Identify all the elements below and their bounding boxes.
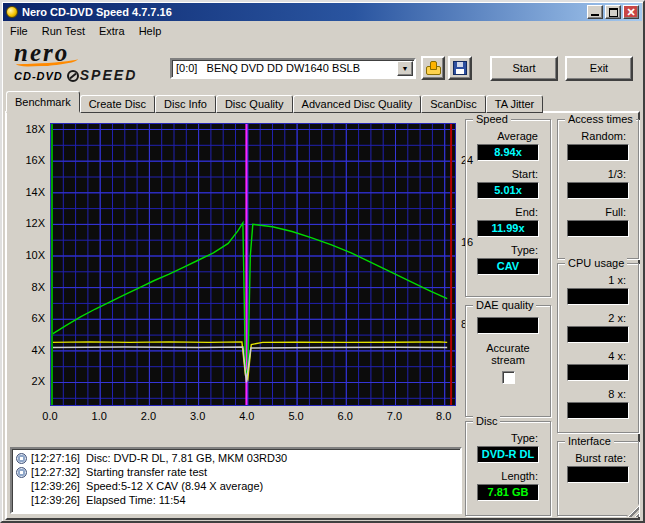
menu-item-run-test[interactable]: Run Test — [35, 23, 92, 39]
drive-select-value: [0:0] BENQ DVD DD DW1640 BSLB — [176, 62, 360, 74]
gb-access-label-1-3: 1/3: — [558, 168, 638, 181]
exit-button[interactable]: Exit — [565, 56, 633, 81]
gb-speed-value-type: CAV — [477, 258, 539, 275]
disc-panel: Disc Type:DVD-R DLLength:7.81 GB — [465, 421, 551, 516]
disc-panel-title: Disc — [473, 415, 500, 427]
gb-access-label-full: Full: — [558, 206, 638, 219]
benchmark-plot — [50, 123, 456, 406]
x-tick-label: 4.0 — [232, 410, 262, 422]
gb-interface-value-burst-rate — [567, 466, 629, 483]
start-button[interactable]: Start — [490, 56, 558, 81]
accurate-stream-label: Accurate stream — [479, 342, 537, 366]
x-tick-label: 3.0 — [183, 410, 213, 422]
tab-disc-quality[interactable]: Disc Quality — [216, 95, 293, 113]
save-icon — [453, 61, 467, 75]
log-text: [12:27:32] Starting transfer rate test — [31, 466, 207, 478]
cpu-usage-title: CPU usage — [565, 257, 627, 269]
event-log[interactable]: [12:27:16] Disc: DVD-R DL, 7.81 GB, MKM … — [10, 447, 462, 514]
options-icon — [426, 61, 440, 75]
gb-access-value-full — [567, 220, 629, 237]
app-window: Nero CD-DVD Speed 4.7.7.16 ✕ FileRun Tes… — [0, 0, 645, 523]
log-line: [12:39:26] Speed:5-12 X CAV (8.94 X aver… — [14, 479, 458, 493]
drive-select[interactable]: [0:0] BENQ DVD DD DW1640 BSLB ▼ — [170, 58, 416, 79]
tab-ta-jitter[interactable]: TA Jitter — [486, 95, 544, 113]
log-text: [12:27:16] Disc: DVD-R DL, 7.81 GB, MKM … — [31, 452, 287, 464]
interface-panel-title: Interface — [565, 435, 614, 447]
speed-panel: Speed Average8.94xStart:5.01xEnd:11.99xT… — [465, 119, 551, 297]
interface-panel: Interface Burst rate: — [557, 441, 639, 516]
gb-cpu-label-8-x: 8 x: — [558, 388, 638, 401]
gb-disc-value-length: 7.81 GB — [477, 484, 539, 501]
nero-logo: nero CD-DVDSPEED — [14, 42, 164, 88]
y-tick-label: 18X — [8, 123, 45, 135]
gb-cpu-value-8-x — [567, 402, 629, 419]
window-title: Nero CD-DVD Speed 4.7.7.16 — [22, 6, 172, 18]
tab-page-benchmark: 18X16X14X12X10X8X6X4X2X 24168 0.01.02.03… — [5, 111, 640, 520]
gb-cpu-label-4-x: 4 x: — [558, 350, 638, 363]
gb-speed-value-average: 8.94x — [477, 144, 539, 161]
log-text: [12:39:26] Elapsed Time: 11:54 — [31, 494, 186, 506]
log-line: [12:27:16] Disc: DVD-R DL, 7.81 GB, MKM … — [14, 451, 458, 465]
logo-speed-text: SPEED — [80, 67, 137, 83]
access-times-panel: Access times Random:1/3:Full: — [557, 119, 639, 259]
gb-cpu-value-2-x — [567, 326, 629, 343]
gb-cpu-label-2-x: 2 x: — [558, 312, 638, 325]
tab-advanced-disc-quality[interactable]: Advanced Disc Quality — [293, 95, 422, 113]
tab-strip: BenchmarkCreate DiscDisc InfoDisc Qualit… — [6, 91, 543, 113]
app-icon — [6, 6, 18, 18]
log-disc-icon — [16, 453, 27, 464]
gb-disc-value-type: DVD-R DL — [477, 446, 539, 463]
maximize-icon — [609, 8, 618, 17]
y-tick-label: 2X — [8, 375, 45, 387]
gb-disc-label-length: Length: — [466, 470, 550, 483]
gb-speed-label-end: End: — [466, 206, 550, 219]
drive-select-arrow[interactable]: ▼ — [397, 61, 413, 76]
y-tick-label: 10X — [8, 249, 45, 261]
y-tick-label: 8X — [8, 281, 45, 293]
x-tick-label: 5.0 — [281, 410, 311, 422]
save-button[interactable] — [448, 56, 472, 80]
log-line: [12:27:32] Starting transfer rate test — [14, 465, 458, 479]
gb-cpu-label-1-x: 1 x: — [558, 274, 638, 287]
close-button[interactable]: ✕ — [623, 5, 639, 19]
transfer-rate-chart: 18X16X14X12X10X8X6X4X2X 24168 0.01.02.03… — [8, 117, 486, 427]
titlebar[interactable]: Nero CD-DVD Speed 4.7.7.16 ✕ — [3, 3, 642, 21]
tab-scandisc[interactable]: ScanDisc — [421, 95, 485, 113]
y-tick-label: 4X — [8, 344, 45, 356]
menu-item-extra[interactable]: Extra — [92, 23, 132, 39]
log-text: [12:39:26] Speed:5-12 X CAV (8.94 X aver… — [31, 480, 263, 492]
x-tick-label: 8.0 — [429, 410, 459, 422]
menu-bar: FileRun TestExtraHelp — [3, 22, 642, 40]
y-tick-label: 12X — [8, 217, 45, 229]
access-times-title: Access times — [565, 113, 636, 125]
gb-cpu-value-4-x — [567, 364, 629, 381]
x-tick-label: 7.0 — [379, 410, 409, 422]
options-button[interactable] — [421, 56, 445, 80]
x-tick-label: 0.0 — [35, 410, 65, 422]
maximize-button[interactable] — [605, 5, 621, 19]
accurate-stream-checkbox[interactable] — [502, 371, 515, 384]
tab-create-disc[interactable]: Create Disc — [80, 95, 155, 113]
tab-disc-info[interactable]: Disc Info — [155, 95, 216, 113]
gb-disc-label-type: Type: — [466, 432, 550, 445]
menu-item-help[interactable]: Help — [132, 23, 169, 39]
gb-speed-label-average: Average — [466, 130, 550, 143]
gb-speed-label-type: Type: — [466, 244, 550, 257]
minimize-button[interactable] — [587, 5, 603, 19]
speed-panel-title: Speed — [473, 113, 511, 125]
log-disc-icon — [16, 467, 27, 478]
gb-speed-label-start: Start: — [466, 168, 550, 181]
gb-access-value-random — [567, 144, 629, 161]
gb-cpu-value-1-x — [567, 288, 629, 305]
gb-access-label-random: Random: — [558, 130, 638, 143]
minimize-icon — [591, 14, 599, 16]
dae-quality-title: DAE quality — [473, 299, 536, 311]
tab-benchmark[interactable]: Benchmark — [6, 91, 80, 113]
cpu-usage-panel: CPU usage 1 x:2 x:4 x:8 x: — [557, 263, 639, 433]
gb-access-value-1-3 — [567, 182, 629, 199]
gb-speed-value-end: 11.99x — [477, 220, 539, 237]
logo-cddvd-text: CD-DVD — [14, 70, 63, 82]
gb-interface-label-burst-rate: Burst rate: — [558, 452, 638, 465]
menu-item-file[interactable]: File — [3, 23, 35, 39]
gb-speed-value-start: 5.01x — [477, 182, 539, 199]
